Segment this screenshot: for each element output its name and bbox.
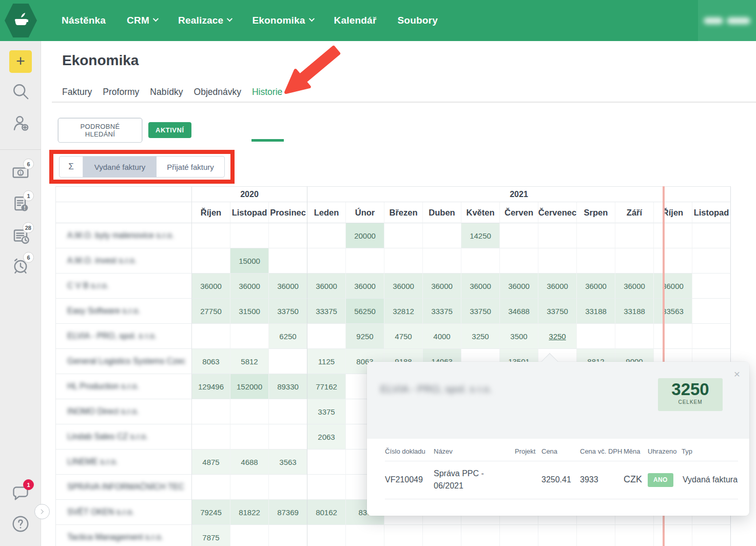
- matrix-cell[interactable]: 3563: [269, 450, 307, 475]
- tab-bar: FakturyProformyNabídkyObjednávkyHistorie: [62, 85, 282, 99]
- nav-item-soubory[interactable]: Soubory: [397, 15, 437, 26]
- nav-item-nástěnka[interactable]: Nástěnka: [62, 15, 106, 26]
- document-alert-icon[interactable]: ! 1: [11, 194, 30, 213]
- matrix-cell[interactable]: 33188: [615, 299, 654, 324]
- matrix-cell[interactable]: 4000: [423, 324, 461, 349]
- company-name-blurred: SVĚT OKEN s.r.o.: [67, 508, 134, 517]
- matrix-cell[interactable]: 87369: [269, 500, 307, 525]
- matrix-cell[interactable]: 31500: [230, 299, 269, 324]
- left-sidebar: + 1 6 ! 1 28 6 1: [0, 41, 41, 546]
- matrix-cell[interactable]: 8063: [192, 349, 230, 374]
- matrix-cell[interactable]: 80162: [307, 500, 346, 525]
- year-header-2021: 2021: [307, 186, 731, 202]
- nav-item-kalendář[interactable]: Kalendář: [334, 15, 377, 26]
- matrix-cell[interactable]: 36000: [461, 274, 500, 299]
- matrix-cell[interactable]: 5812: [230, 349, 269, 374]
- tab-nabídky[interactable]: Nabídky: [150, 85, 183, 99]
- task-list-icon[interactable]: 28: [11, 226, 30, 245]
- matrix-cell[interactable]: 36000: [654, 274, 692, 299]
- tab-historie[interactable]: Historie: [252, 85, 282, 99]
- app-logo-icon[interactable]: [5, 4, 37, 37]
- active-filter-badge[interactable]: AKTIVNÍ: [148, 122, 191, 138]
- top-nav: NástěnkaCRMRealizaceEkonomikaKalendářSou…: [0, 0, 756, 41]
- matrix-cell[interactable]: 152000: [230, 374, 269, 399]
- matrix-cell[interactable]: 27750: [192, 299, 230, 324]
- matrix-cell[interactable]: 3250: [461, 324, 500, 349]
- matrix-cell[interactable]: 34688: [500, 299, 538, 324]
- matrix-cell[interactable]: 36000: [346, 274, 384, 299]
- matrix-cell[interactable]: 14250: [461, 223, 500, 248]
- matrix-cell[interactable]: 36000: [230, 274, 269, 299]
- matrix-cell[interactable]: 36000: [192, 274, 230, 299]
- matrix-cell[interactable]: 36000: [615, 274, 654, 299]
- chat-icon[interactable]: 1: [11, 483, 30, 502]
- matrix-cell[interactable]: 3375: [307, 399, 346, 424]
- matrix-cell[interactable]: 6250: [269, 324, 307, 349]
- issued-invoices-toggle[interactable]: Vydané faktury: [83, 157, 157, 177]
- popup-total-box: 3250 CELKEM: [658, 378, 723, 411]
- matrix-cell[interactable]: 4688: [230, 450, 269, 475]
- tab-faktury[interactable]: Faktury: [62, 85, 92, 99]
- close-icon[interactable]: ×: [734, 368, 740, 380]
- matrix-cell: [692, 223, 731, 248]
- tab-objednávky[interactable]: Objednávky: [194, 85, 241, 99]
- nav-item-ekonomika[interactable]: Ekonomika: [252, 15, 313, 26]
- matrix-cell[interactable]: 7875: [192, 525, 230, 546]
- matrix-cell[interactable]: 33375: [307, 299, 346, 324]
- popup-total-value: 3250: [658, 380, 723, 399]
- nav-item-realizace[interactable]: Realizace: [178, 15, 231, 26]
- detail-search-button[interactable]: PODROBNÉ HLEDÁNÍ: [58, 118, 142, 143]
- matrix-cell[interactable]: 2063: [307, 424, 346, 450]
- matrix-cell[interactable]: 81822: [230, 500, 269, 525]
- matrix-cell[interactable]: 9250: [346, 324, 384, 349]
- matrix-cell[interactable]: 36000: [307, 274, 346, 299]
- matrix-cell: [654, 525, 692, 546]
- matrix-cell[interactable]: 36000: [577, 274, 615, 299]
- matrix-cell[interactable]: 56250: [346, 299, 384, 324]
- matrix-cell[interactable]: 89330: [269, 374, 307, 399]
- annotation-red-arrow: [279, 45, 343, 99]
- add-contact-icon[interactable]: [11, 114, 30, 132]
- matrix-cell[interactable]: 33375: [423, 299, 461, 324]
- user-menu[interactable]: [698, 0, 756, 41]
- matrix-cell[interactable]: 79245: [192, 500, 230, 525]
- matrix-cell[interactable]: 3500: [500, 324, 538, 349]
- search-icon[interactable]: [11, 82, 30, 101]
- matrix-cell[interactable]: 33750: [461, 299, 500, 324]
- matrix-cell: [307, 223, 346, 248]
- matrix-cell[interactable]: 129496: [192, 374, 230, 399]
- matrix-cell[interactable]: 33750: [538, 299, 577, 324]
- matrix-cell[interactable]: 15000: [230, 248, 269, 274]
- matrix-cell[interactable]: 4875: [192, 450, 230, 475]
- matrix-cell[interactable]: 3250: [538, 324, 577, 349]
- tab-proformy[interactable]: Proformy: [103, 85, 139, 99]
- help-icon[interactable]: [11, 515, 30, 533]
- invoices-icon[interactable]: 1 6: [11, 163, 30, 181]
- matrix-cell[interactable]: 33750: [269, 299, 307, 324]
- matrix-cell[interactable]: 1125: [307, 349, 346, 374]
- sidebar-expand-button[interactable]: [34, 504, 50, 519]
- matrix-cell[interactable]: 32812: [384, 299, 423, 324]
- company-row-name: Easy Software s.r.o.: [55, 299, 192, 324]
- popup-column-header: Název: [434, 447, 515, 456]
- matrix-cell[interactable]: 20000: [346, 223, 384, 248]
- matrix-cell[interactable]: 36000: [500, 274, 538, 299]
- matrix-cell[interactable]: 33563: [654, 299, 692, 324]
- sum-toggle-button[interactable]: Σ: [60, 157, 83, 177]
- invoice-amount-link[interactable]: 3250: [549, 332, 566, 341]
- matrix-cell[interactable]: 36000: [538, 274, 577, 299]
- matrix-cell[interactable]: 36000: [269, 274, 307, 299]
- matrix-cell[interactable]: 36000: [423, 274, 461, 299]
- company-row-name: SPRÁVA INFORMAČNÍCH TEC: [55, 475, 192, 500]
- quick-add-button[interactable]: +: [9, 50, 32, 73]
- matrix-cell[interactable]: 77162: [307, 374, 346, 399]
- matrix-cell[interactable]: 33188: [577, 299, 615, 324]
- nav-item-crm[interactable]: CRM: [127, 15, 157, 26]
- alarm-icon[interactable]: 6: [11, 256, 30, 275]
- doc-name: Správa PPC - 06/2021: [434, 467, 515, 493]
- matrix-cell[interactable]: 36000: [384, 274, 423, 299]
- filter-panel: PODROBNÉ HLEDÁNÍ: [57, 118, 143, 143]
- received-invoices-toggle[interactable]: Přijaté faktury: [157, 157, 224, 177]
- matrix-cell[interactable]: 4750: [384, 324, 423, 349]
- nav-item-label: Realizace: [178, 15, 223, 26]
